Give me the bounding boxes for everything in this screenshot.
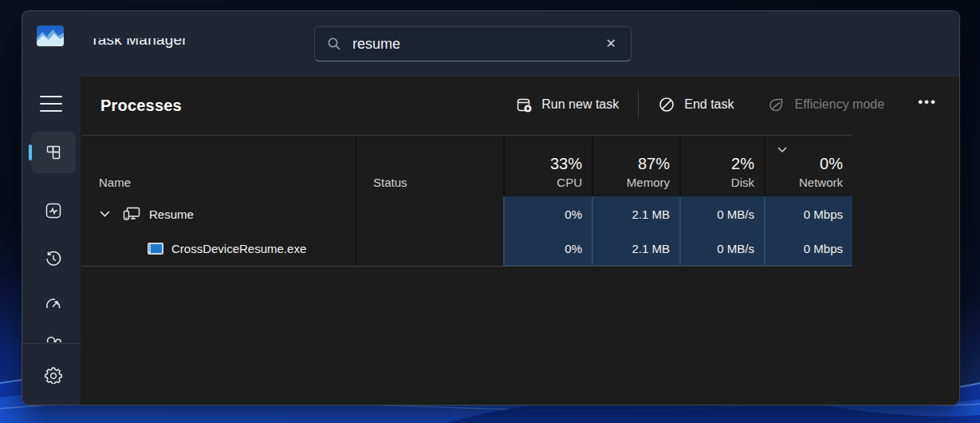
efficiency-mode-button[interactable]: Efficiency mode	[756, 89, 895, 121]
run-new-task-button[interactable]: Run new task	[504, 89, 630, 120]
network-cell: 0 Mbps	[764, 196, 852, 231]
sidebar	[22, 77, 81, 405]
memory-total-usage: 87%	[638, 155, 670, 173]
sidebar-item-performance[interactable]	[31, 190, 76, 231]
status-column-label: Status	[373, 176, 503, 189]
cpu-cell: 0%	[503, 231, 592, 266]
startup-apps-icon	[44, 295, 63, 314]
process-name: CrossDeviceResume.exe	[171, 242, 306, 255]
exe-app-icon	[148, 243, 163, 255]
processes-icon	[45, 144, 62, 161]
search-icon	[327, 37, 341, 51]
titlebar: Task Manager ✕	[22, 11, 959, 77]
run-new-task-icon	[515, 96, 533, 113]
memory-column-label: Memory	[627, 176, 670, 189]
hamburger-menu-icon[interactable]	[40, 96, 62, 112]
network-cell: 0 Mbps	[764, 231, 852, 266]
task-manager-window: Task Manager ✕	[22, 10, 960, 405]
name-column-label: Name	[99, 176, 355, 189]
column-header-status[interactable]: Status	[355, 136, 503, 196]
memory-value: 2.1 MB	[632, 242, 670, 255]
app-history-icon	[44, 249, 63, 268]
search-input[interactable]	[352, 36, 603, 53]
cpu-cell: 0%	[503, 196, 592, 231]
memory-cell: 2.1 MB	[592, 196, 679, 231]
sidebar-item-settings[interactable]	[31, 354, 76, 395]
column-header-memory[interactable]: 87% Memory	[592, 136, 679, 196]
cpu-value: 0%	[565, 208, 582, 221]
search-box[interactable]: ✕	[314, 26, 632, 61]
expand-chevron-down-icon[interactable]	[99, 210, 111, 218]
status-cell	[355, 231, 503, 266]
disk-cell: 0 MB/s	[679, 231, 764, 266]
disk-total-usage: 2%	[731, 155, 754, 173]
network-value: 0 Mbps	[804, 208, 843, 221]
window-title: Task Manager	[90, 38, 266, 53]
disk-value: 0 MB/s	[717, 242, 754, 255]
efficiency-mode-icon	[767, 96, 785, 114]
disk-cell: 0 MB/s	[679, 196, 764, 231]
network-total-usage: 0%	[820, 155, 843, 173]
network-value: 0 Mbps	[804, 242, 843, 255]
column-header-disk[interactable]: 2% Disk	[679, 136, 764, 196]
sidebar-item-startup-apps[interactable]	[31, 284, 76, 326]
end-task-button[interactable]: End task	[647, 89, 745, 120]
sidebar-divider	[22, 343, 81, 344]
efficiency-mode-label: Efficiency mode	[794, 97, 884, 112]
disk-column-label: Disk	[731, 176, 754, 189]
window-title-text: Task Manager	[90, 38, 266, 50]
cross-device-icon	[122, 206, 141, 222]
selected-accent-pill	[29, 144, 32, 160]
task-manager-app-icon	[37, 26, 64, 46]
disk-value: 0 MB/s	[717, 208, 754, 221]
memory-value: 2.1 MB	[632, 208, 670, 221]
memory-cell: 2.1 MB	[592, 231, 679, 266]
column-header-name[interactable]: Name	[82, 136, 355, 196]
column-header-network[interactable]: 0% Network	[764, 136, 852, 196]
page-title: Processes	[100, 97, 182, 115]
sort-chevron-down-icon	[777, 142, 788, 156]
more-options-label: •••	[918, 94, 937, 110]
search-clear-button[interactable]: ✕	[603, 34, 620, 53]
process-name: Resume	[149, 208, 194, 221]
table-header-row: Name Status 33% CPU 87% Memory 2% Disk	[82, 135, 852, 196]
toolbar-separator	[638, 91, 639, 118]
sidebar-item-app-history[interactable]	[31, 238, 76, 279]
process-table: Name Status 33% CPU 87% Memory 2% Disk	[82, 135, 852, 267]
cpu-total-usage: 33%	[550, 155, 582, 173]
network-column-label: Network	[799, 176, 843, 189]
settings-gear-icon	[44, 365, 63, 384]
main-panel: Processes Run new task	[81, 77, 960, 405]
status-cell	[355, 196, 503, 231]
end-task-icon	[658, 96, 675, 113]
column-header-cpu[interactable]: 33% CPU	[503, 136, 592, 196]
end-task-label: End task	[684, 97, 734, 112]
cpu-column-label: CPU	[557, 176, 582, 189]
more-options-button[interactable]: •••	[908, 88, 947, 121]
table-row-resume[interactable]: Resume 0% 2.1 MB 0 MB/s 0 Mbps	[82, 196, 852, 231]
run-new-task-label: Run new task	[541, 97, 619, 112]
users-icon	[42, 334, 65, 342]
cpu-value: 0%	[565, 242, 582, 255]
sidebar-item-processes[interactable]	[31, 132, 76, 173]
toolbar: Run new task End task	[504, 86, 947, 123]
sidebar-item-users[interactable]	[31, 334, 76, 342]
performance-icon	[44, 201, 63, 220]
table-row-crossdeviceresume[interactable]: CrossDeviceResume.exe 0% 2.1 MB 0 MB/s 0…	[82, 231, 852, 267]
